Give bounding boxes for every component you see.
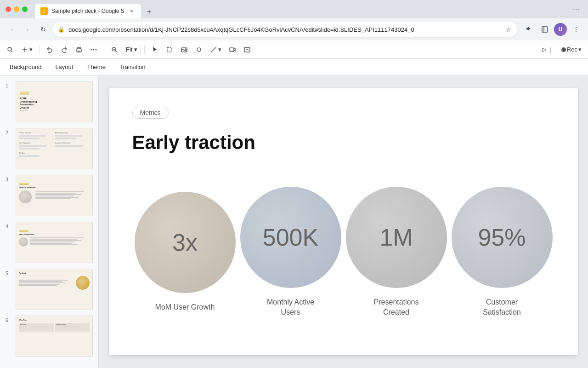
address-text: docs.google.com/presentation/d/1Kj-JNCP2… (68, 26, 502, 33)
refresh-button[interactable]: ↻ (37, 23, 50, 36)
slide-preview-3: Problem Statement Problem Statement (16, 175, 93, 216)
redo-button[interactable] (58, 44, 71, 55)
print-button[interactable] (73, 44, 85, 55)
transition-button[interactable]: Transition (113, 61, 152, 73)
metric-label-1: Monthly ActiveUsers (267, 297, 314, 318)
slide-tag: Metrics (132, 107, 169, 119)
slide-thumb-5[interactable]: 5 Product (4, 267, 95, 312)
bookmark-icon[interactable]: ☆ (506, 26, 512, 33)
svg-point-6 (8, 47, 11, 51)
svg-rect-4 (542, 27, 548, 32)
slide-thumb-6[interactable]: 6 Why Now Market Timing Competit (4, 314, 95, 359)
metric-item-3: 95% CustomerSatisfaction (452, 187, 553, 318)
fit-label: Fit (126, 46, 132, 53)
slide-thumb-4[interactable]: 4 Value Proposition Value Proposition (4, 220, 95, 265)
slides-toolbar: ▾ Fit ▾ ▾ ▷ | (0, 40, 588, 59)
slide-number-6: 6 (6, 317, 12, 323)
metric-circle-3: 95% (452, 187, 553, 288)
chrome-menu-button[interactable]: ⋮ (570, 23, 582, 36)
rec-dot-icon (561, 47, 566, 52)
main-content: 1 ACME:RevolutionizingPresentationCreati… (0, 75, 588, 368)
cursor-tool-button[interactable] (148, 44, 161, 55)
back-button[interactable]: ‹ (6, 23, 18, 36)
present-button[interactable]: ▷ | (537, 44, 556, 55)
word-art-button[interactable] (241, 44, 254, 55)
svg-line-19 (211, 47, 216, 52)
metric-circle-2: 1M (346, 187, 447, 288)
tab-close-button[interactable]: ✕ (128, 7, 136, 15)
toolbar-separator-2 (104, 45, 104, 54)
select-tool-button[interactable] (163, 44, 176, 55)
metric-value-0: 3x (172, 229, 198, 256)
video-insert-button[interactable] (226, 44, 239, 55)
more-button[interactable] (87, 44, 100, 55)
tab-favicon (40, 7, 48, 15)
metric-item-2: 1M PresentationsCreated (346, 187, 447, 318)
metric-circle-0: 3x (135, 192, 236, 293)
search-toolbar-button[interactable] (4, 44, 17, 55)
extensions-button[interactable] (523, 23, 536, 36)
layout-button[interactable]: Layout (49, 61, 79, 73)
metric-value-3: 95% (478, 224, 526, 251)
present-arrow-icon: ▷ (542, 46, 547, 53)
rec-dropdown-icon: ▾ (578, 46, 582, 53)
slide-thumb-2[interactable]: 2 Problem Statement Value Proposition Wh… (4, 126, 95, 171)
s1-title: ACME:RevolutionizingPresentationCreation (20, 97, 89, 109)
line-tool-button[interactable]: ▾ (207, 44, 224, 55)
svg-line-13 (116, 51, 117, 52)
slide-actions-toolbar: Background Layout Theme Transition (0, 59, 588, 75)
slide-tag-text: Metrics (140, 109, 161, 116)
metric-circle-1: 500K (240, 187, 341, 288)
address-bar: ‹ › ↻ 🔒 docs.google.com/presentation/d/1… (0, 18, 588, 40)
image-insert-button[interactable] (178, 44, 191, 55)
slide-number-3: 3 (6, 177, 12, 182)
svg-rect-8 (77, 49, 81, 52)
slide-preview-2: Problem Statement Value Proposition Why … (16, 128, 93, 169)
svg-point-9 (91, 49, 92, 50)
minimize-button[interactable] (14, 6, 19, 12)
fit-select[interactable]: Fit ▾ (123, 45, 141, 54)
slide-preview-5: Product (16, 269, 93, 310)
shapes-button[interactable] (192, 44, 205, 55)
slide-number-2: 2 (6, 130, 12, 135)
svg-point-11 (96, 49, 97, 50)
slide-preview-4: Value Proposition Value Proposition (16, 222, 93, 263)
zoom-button[interactable] (108, 44, 121, 55)
forward-button[interactable]: › (21, 23, 34, 36)
slide-headline: Early traction (132, 132, 555, 154)
title-bar: Sample pitch deck - Google S ✕ + ⋯ (0, 0, 588, 18)
toolbar-separator-3 (144, 45, 145, 54)
fit-dropdown-icon: ▾ (134, 46, 137, 53)
present-sep: | (549, 46, 551, 53)
slide-number-5: 5 (6, 270, 12, 276)
s1-logo (20, 92, 29, 95)
insert-button[interactable]: ▾ (18, 44, 35, 55)
maximize-button[interactable] (22, 6, 28, 12)
active-tab[interactable]: Sample pitch deck - Google S ✕ (35, 4, 141, 18)
slide-panel: 1 ACME:RevolutionizingPresentationCreati… (0, 75, 99, 368)
svg-rect-1 (43, 10, 46, 10)
browser-toolbar-right: U ⋮ (523, 23, 582, 36)
user-avatar[interactable]: U (554, 23, 567, 36)
slide-number-4: 4 (6, 224, 12, 229)
theme-button[interactable]: Theme (81, 61, 111, 73)
metric-item-1: 500K Monthly ActiveUsers (240, 187, 341, 318)
slide-main: Metrics Early traction 3x MoM User Growt… (109, 88, 578, 355)
sidebar-button[interactable] (538, 23, 551, 36)
new-tab-button[interactable]: + (143, 6, 156, 18)
metrics-row: 3x MoM User Growth 500K Monthly ActiveUs… (132, 167, 555, 337)
slide-thumb-1[interactable]: 1 ACME:RevolutionizingPresentationCreati… (4, 79, 95, 124)
undo-button[interactable] (43, 44, 56, 55)
close-button[interactable] (6, 6, 11, 12)
svg-rect-2 (43, 11, 46, 12)
metric-value-1: 500K (263, 224, 318, 251)
metric-label-3: CustomerSatisfaction (483, 297, 521, 318)
window-expand-button[interactable]: ⋯ (570, 3, 582, 16)
slide-preview-1: ACME:RevolutionizingPresentationCreation… (16, 81, 93, 122)
address-input-wrap[interactable]: 🔒 docs.google.com/presentation/d/1Kj-JNC… (52, 22, 517, 37)
lock-icon: 🔒 (58, 26, 65, 33)
svg-point-18 (197, 48, 201, 52)
rec-button[interactable]: Rec ▾ (559, 44, 584, 55)
background-button[interactable]: Background (4, 61, 47, 73)
slide-thumb-3[interactable]: 3 Problem Statement Problem Statement (4, 173, 95, 218)
